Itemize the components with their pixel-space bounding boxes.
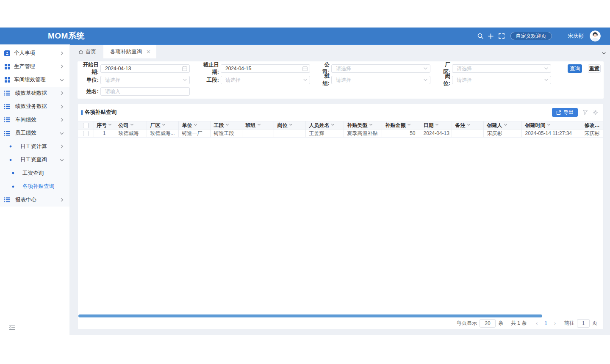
select-all-checkbox[interactable] [83, 123, 89, 128]
sort-caret-icon[interactable] [467, 123, 471, 127]
goto-page-input[interactable] [577, 319, 590, 328]
fullscreen-icon[interactable] [497, 31, 506, 41]
column-header-厂区[interactable]: 厂区 [147, 121, 178, 130]
sort-caret-icon[interactable] [130, 123, 134, 127]
team-field [331, 76, 430, 84]
sidebar-item-label: 绩效基础数据 [15, 90, 47, 97]
row-checkbox[interactable] [83, 131, 89, 136]
sort-caret-icon[interactable] [331, 123, 335, 127]
end-date-input[interactable] [221, 64, 310, 73]
column-header-创建人[interactable]: 创建人 [483, 121, 521, 130]
sidebar-item-workshop-performance[interactable]: 车间绩效 [0, 113, 69, 127]
search-button[interactable]: 查询 [568, 64, 582, 73]
column-header-补贴类型[interactable]: 补贴类型 [344, 121, 382, 130]
page-size-input[interactable] [480, 319, 496, 328]
settings-gear-icon[interactable] [593, 110, 598, 115]
plus-icon[interactable] [486, 31, 496, 41]
scrollbar-thumb[interactable] [78, 314, 542, 317]
tabs-dropdown-icon[interactable] [602, 50, 606, 57]
factory-input[interactable] [452, 64, 551, 73]
column-label: 创建人 [487, 122, 502, 128]
column-header-工段[interactable]: 工段 [210, 121, 242, 130]
table-row[interactable]: 1玫德威海玫德威海...铸造一厂铸造工段王姜辉夏季高温补贴502024-04-1… [78, 130, 603, 138]
sidebar-item-subsidy-query[interactable]: 各项补贴查询 [0, 180, 69, 193]
cell-创建时间: 2024-05-14 11:27:34 [521, 130, 581, 138]
section-input[interactable] [221, 76, 310, 84]
reset-button[interactable]: 重置 [588, 64, 601, 73]
column-header-序号[interactable]: 序号 [94, 121, 115, 130]
sort-caret-icon[interactable] [369, 123, 373, 127]
pagination: 每页显示 条 共 1 条 ‹ 1 › 前往 页 [457, 317, 597, 329]
sidebar-item-report-center[interactable]: 报表中心 [0, 193, 69, 207]
column-header-班组[interactable]: 班组 [242, 121, 274, 130]
dot-icon [10, 172, 16, 174]
chevron-right-icon [60, 118, 64, 122]
row-select-cell [78, 130, 94, 138]
filter-funnel-icon[interactable] [582, 110, 588, 115]
tab-subsidy-query[interactable]: 各项补贴查询 ✕ [103, 45, 156, 58]
sort-caret-icon[interactable] [289, 123, 293, 127]
collapse-sidebar-icon[interactable] [9, 324, 15, 332]
sidebar-item-perf-business-data[interactable]: 绩效业务数据 [0, 100, 69, 113]
sort-caret-icon[interactable] [257, 123, 261, 127]
cell-补贴类型: 夏季高温补贴 [344, 130, 382, 138]
column-header-单位[interactable]: 单位 [178, 121, 210, 130]
team-input[interactable] [331, 76, 430, 84]
section-title: 各项补贴查询 [85, 109, 116, 116]
sidebar-item-wage-query[interactable]: 工资查询 [0, 167, 69, 180]
sidebar-item-daily-wage-query[interactable]: 日工资查询 [0, 153, 69, 167]
sidebar-item-employee-performance[interactable]: 员工绩效 [0, 127, 69, 140]
sort-caret-icon[interactable] [547, 123, 551, 127]
column-header-备注[interactable]: 备注 [452, 121, 483, 130]
column-header-岗位[interactable]: 岗位 [274, 121, 305, 130]
sort-caret-icon[interactable] [407, 123, 411, 127]
export-button[interactable]: 导出 [552, 108, 578, 117]
sidebar-item-perf-base-data[interactable]: 绩效基础数据 [0, 87, 69, 100]
post-input[interactable] [452, 76, 551, 84]
sidebar-item-production-management[interactable]: 生产管理 [0, 60, 69, 74]
user-avatar[interactable] [590, 30, 601, 41]
dot-icon [8, 159, 14, 161]
column-label: 工段 [214, 122, 224, 128]
prev-page-icon[interactable]: ‹ [533, 320, 540, 326]
unit-label: 单位: [78, 77, 100, 84]
sidebar-item-workshop-perf-mgmt[interactable]: 车间绩效管理 [0, 73, 69, 87]
start-date-input[interactable] [100, 64, 190, 73]
next-page-icon[interactable]: › [552, 320, 558, 326]
column-header-公司[interactable]: 公司 [115, 121, 147, 130]
post-field [452, 76, 551, 84]
column-label: 备注 [455, 122, 466, 128]
name-input[interactable] [100, 87, 190, 96]
column-header-补贴金额[interactable]: 补贴金额 [382, 121, 420, 130]
sidebar-item-label: 日工资查询 [20, 156, 47, 163]
sort-caret-icon[interactable] [504, 123, 507, 127]
end-date-field [221, 64, 310, 73]
column-header-创建时间[interactable]: 创建时间 [521, 121, 581, 130]
list-icon [4, 104, 10, 109]
username[interactable]: 宋庆彬 [568, 33, 584, 40]
company-field [331, 64, 430, 73]
sort-caret-icon[interactable] [601, 123, 603, 127]
sort-caret-icon[interactable] [162, 123, 166, 127]
column-header-修改人[interactable]: 修改人 [581, 121, 603, 130]
cell-序号: 1 [94, 130, 115, 138]
name-field [100, 87, 190, 96]
sidebar-item-daily-wage-calc[interactable]: 日工资计算 [0, 140, 69, 154]
table-body: 1玫德威海玫德威海...铸造一厂铸造工段王姜辉夏季高温补贴502024-04-1… [78, 130, 603, 138]
column-header-日期[interactable]: 日期 [420, 121, 452, 130]
chevron-right-icon [60, 105, 64, 109]
sort-caret-icon[interactable] [194, 123, 197, 127]
column-header-人员姓名[interactable]: 人员姓名 [305, 121, 344, 130]
current-page[interactable]: 1 [540, 320, 552, 326]
tab-home[interactable]: 首页 [70, 45, 103, 58]
sort-caret-icon[interactable] [435, 123, 439, 127]
company-input[interactable] [331, 64, 430, 73]
custom-welcome-button[interactable]: 自定义欢迎页 [510, 32, 552, 40]
sort-caret-icon[interactable] [108, 123, 112, 127]
sidebar-item-personal-affairs[interactable]: 个人事项 [0, 47, 69, 60]
search-icon[interactable] [476, 31, 485, 41]
unit-input[interactable] [100, 76, 190, 84]
close-tab-icon[interactable]: ✕ [146, 49, 151, 55]
sort-caret-icon[interactable] [225, 123, 229, 127]
cell-备注 [452, 130, 483, 138]
